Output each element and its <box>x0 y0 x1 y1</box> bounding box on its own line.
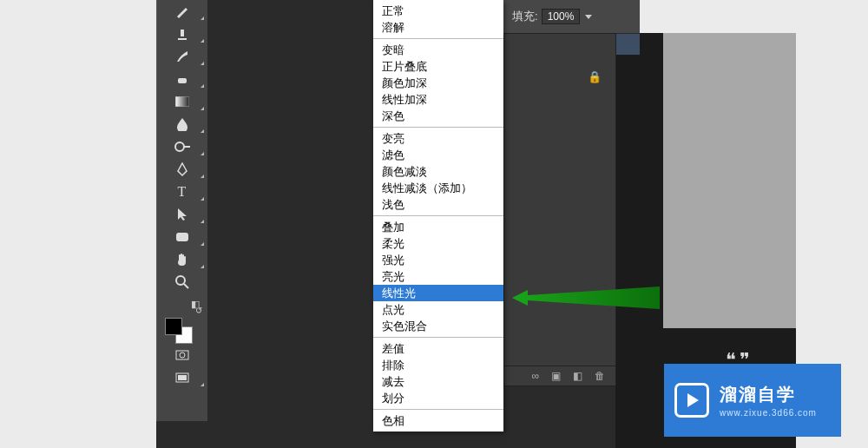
tool-zoom[interactable] <box>156 271 207 293</box>
svg-rect-1 <box>175 96 189 107</box>
fx-icon[interactable]: ∞ <box>531 370 539 382</box>
layers-panel: 🔒 ∞ ▣ ◧ 🗑 <box>503 33 616 386</box>
chevron-down-icon[interactable] <box>585 15 592 19</box>
svg-point-2 <box>175 142 184 151</box>
blend-mode-item[interactable]: 减去 <box>373 373 503 390</box>
play-icon <box>674 383 709 418</box>
svg-line-6 <box>184 284 188 288</box>
tool-blur[interactable] <box>156 113 207 135</box>
app-viewport: 填充: 100% 🔒 ∞ ▣ ◧ 🗑 T ◧↺ <box>156 0 640 448</box>
blend-mode-item[interactable]: 滤色 <box>373 147 503 163</box>
tool-path-select[interactable] <box>156 203 207 226</box>
blend-mode-item[interactable]: 颜色加深 <box>373 75 503 91</box>
tool-stamp[interactable] <box>156 23 207 45</box>
blend-mode-item[interactable]: 正片叠底 <box>373 58 503 75</box>
svg-rect-0 <box>178 78 187 83</box>
blend-mode-menu[interactable]: 正常溶解变暗正片叠底颜色加深线性加深深色变亮滤色颜色减淡线性减淡（添加）浅色叠加… <box>373 0 503 432</box>
blend-mode-item[interactable]: 正常 <box>373 3 503 19</box>
tool-dodge[interactable] <box>156 135 207 158</box>
svg-rect-4 <box>176 233 188 241</box>
foreground-color-swatch[interactable] <box>165 318 182 335</box>
blend-mode-item[interactable]: 色相 <box>373 412 503 429</box>
blend-mode-item[interactable]: 颜色减淡 <box>373 163 503 180</box>
blend-mode-item[interactable]: 实色混合 <box>373 318 503 334</box>
tool-pen[interactable] <box>156 158 207 181</box>
blend-mode-item[interactable]: 变亮 <box>373 130 503 147</box>
svg-point-8 <box>180 352 185 358</box>
tool-eraser[interactable] <box>156 68 207 90</box>
tool-type[interactable]: T <box>156 181 207 203</box>
layers-panel-footer: ∞ ▣ ◧ 🗑 <box>504 366 615 385</box>
options-bar: 填充: 100% <box>503 0 640 34</box>
lock-icon[interactable]: 🔒 <box>588 70 602 83</box>
tool-rectangle[interactable] <box>156 226 207 248</box>
blend-mode-item[interactable]: 亮光 <box>373 268 503 285</box>
blend-mode-item[interactable]: 线性加深 <box>373 91 503 108</box>
watermark-subtitle: www.zixue.3d66.com <box>720 408 817 418</box>
tool-hand[interactable] <box>156 248 207 271</box>
svg-rect-3 <box>183 146 190 148</box>
folder-icon[interactable]: ▣ <box>551 370 561 382</box>
fill-value[interactable]: 100% <box>542 9 581 24</box>
open-document[interactable] <box>663 33 796 328</box>
tool-history-brush[interactable] <box>156 45 207 68</box>
blend-mode-item[interactable]: 排除 <box>373 357 503 373</box>
mask-icon[interactable]: ◧ <box>573 370 582 382</box>
swap-default-colors[interactable]: ◧↺ <box>156 299 207 311</box>
color-swatches[interactable] <box>156 314 207 344</box>
tool-gradient[interactable] <box>156 90 207 113</box>
blend-mode-item[interactable]: 柔光 <box>373 235 503 252</box>
svg-point-5 <box>176 276 185 285</box>
tool-screenmode[interactable] <box>156 366 207 389</box>
tool-heal-brush[interactable] <box>156 0 207 23</box>
watermark-title: 溜溜自学 <box>720 385 796 404</box>
blend-mode-item[interactable]: 划分 <box>373 390 503 406</box>
blend-mode-item[interactable]: 浅色 <box>373 196 503 213</box>
blend-mode-item[interactable]: 溶解 <box>373 19 503 36</box>
svg-rect-10 <box>178 375 187 380</box>
fill-label: 填充: <box>512 9 538 24</box>
blend-mode-item[interactable]: 线性光 <box>373 285 503 301</box>
trash-icon[interactable]: 🗑 <box>595 370 605 382</box>
tool-quickmask[interactable] <box>156 344 207 366</box>
blend-mode-item[interactable]: 深色 <box>373 108 503 124</box>
tools-toolbar: T ◧↺ <box>156 0 208 421</box>
blend-mode-item[interactable]: 叠加 <box>373 219 503 235</box>
blend-mode-item[interactable]: 线性减淡（添加） <box>373 180 503 196</box>
blend-mode-item[interactable]: 点光 <box>373 301 503 318</box>
blend-mode-item[interactable]: 强光 <box>373 252 503 268</box>
blend-mode-item[interactable]: 差值 <box>373 340 503 357</box>
watermark-badge: 溜溜自学 www.zixue.3d66.com <box>664 364 841 437</box>
blend-mode-item[interactable]: 变暗 <box>373 42 503 58</box>
